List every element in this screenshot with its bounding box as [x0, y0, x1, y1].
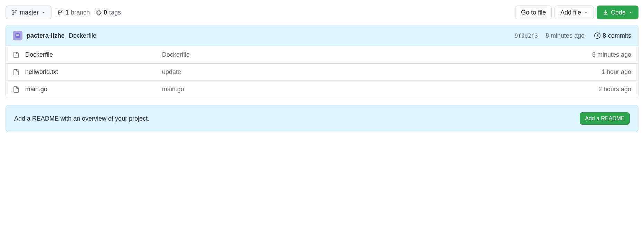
- file-commit-link[interactable]: update: [162, 68, 596, 76]
- file-row: main.gomain.go2 hours ago: [6, 81, 638, 98]
- caret-down-icon: [628, 10, 633, 15]
- download-icon: [603, 9, 609, 16]
- svg-rect-2: [16, 36, 17, 38]
- avatar[interactable]: [13, 31, 22, 40]
- file-icon: [13, 52, 20, 58]
- tag-icon: [95, 9, 102, 16]
- file-icon: [13, 86, 20, 93]
- commits-history-link[interactable]: 8 commits: [594, 32, 631, 39]
- tag-label: tags: [109, 9, 121, 16]
- tags-link[interactable]: 0 tags: [95, 9, 121, 16]
- svg-rect-1: [16, 35, 19, 36]
- code-label: Code: [611, 9, 626, 16]
- file-commit-link[interactable]: Dockerfile: [162, 51, 587, 58]
- latest-commit-header: pactera-lizhe Dockerfile 9f0d2f3 8 minut…: [6, 25, 638, 46]
- toolbar-left: master 1 branch 0 tags: [6, 6, 510, 19]
- add-file-button[interactable]: Add file: [555, 6, 594, 19]
- add-readme-label: Add a README: [585, 115, 625, 122]
- add-file-label: Add file: [560, 9, 581, 16]
- file-name-link[interactable]: main.go: [25, 86, 157, 93]
- add-readme-button[interactable]: Add a README: [580, 112, 630, 125]
- file-time: 2 hours ago: [598, 86, 631, 93]
- file-row: DockerfileDockerfile8 minutes ago: [6, 46, 638, 63]
- branches-link[interactable]: 1 branch: [57, 9, 90, 16]
- readme-prompt-text: Add a README with an overview of your pr…: [14, 115, 574, 122]
- file-rows: DockerfileDockerfile8 minutes agohellwor…: [6, 46, 638, 98]
- file-row: hellworld.txtupdate1 hour ago: [6, 63, 638, 81]
- commit-sha-link[interactable]: 9f0d2f3: [514, 32, 538, 39]
- commit-label: commits: [608, 32, 631, 39]
- svg-rect-3: [19, 36, 20, 38]
- history-icon: [594, 32, 600, 39]
- file-name-link[interactable]: Dockerfile: [25, 51, 157, 58]
- repo-toolbar: master 1 branch 0 tags: [6, 6, 638, 19]
- file-commit-link[interactable]: main.go: [162, 86, 593, 93]
- git-branch-icon: [11, 9, 18, 16]
- caret-down-icon: [41, 10, 46, 15]
- readme-prompt: Add a README with an overview of your pr…: [6, 105, 638, 132]
- file-icon: [13, 69, 20, 75]
- commit-message-link[interactable]: Dockerfile: [69, 32, 96, 39]
- commit-count: 8: [603, 32, 606, 39]
- file-list-box: pactera-lizhe Dockerfile 9f0d2f3 8 minut…: [6, 25, 638, 98]
- file-name-link[interactable]: hellworld.txt: [25, 68, 157, 76]
- branch-count: 1: [65, 9, 69, 16]
- file-time: 8 minutes ago: [592, 51, 631, 58]
- commit-time-link[interactable]: 8 minutes ago: [546, 32, 585, 39]
- file-time: 1 hour ago: [602, 68, 631, 76]
- branch-selector-button[interactable]: master: [6, 6, 51, 19]
- branch-label: branch: [71, 9, 90, 16]
- branch-selector-label: master: [20, 9, 39, 16]
- code-button[interactable]: Code: [597, 6, 638, 19]
- caret-down-icon: [584, 10, 588, 15]
- git-branch-icon: [57, 9, 63, 16]
- toolbar-right: Go to file Add file Code: [515, 6, 638, 19]
- go-to-file-button[interactable]: Go to file: [515, 6, 552, 19]
- commit-author-link[interactable]: pactera-lizhe: [27, 32, 65, 39]
- tag-count: 0: [104, 9, 107, 16]
- go-to-file-label: Go to file: [521, 9, 546, 16]
